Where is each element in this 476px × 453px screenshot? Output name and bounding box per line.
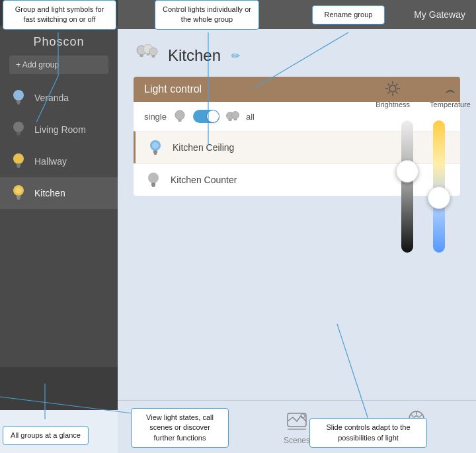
svg-rect-14 [17, 167, 20, 168]
sidebar-item-veranda[interactable]: Veranda [0, 82, 118, 114]
single-bulb-icon [172, 108, 188, 124]
ceiling-bulb-icon [146, 138, 165, 157]
brightness-slider-thumb[interactable] [396, 160, 418, 183]
svg-rect-43 [152, 186, 155, 187]
svg-rect-20 [17, 198, 20, 200]
svg-point-5 [13, 122, 24, 132]
living-room-bulb-icon [9, 120, 28, 139]
svg-rect-59 [288, 413, 306, 427]
annotation-control-lights: Control lights individually or the whole… [155, 0, 259, 30]
counter-bulb-icon [144, 171, 163, 189]
scenes-nav-icon [285, 409, 309, 433]
temperature-slider-thumb[interactable] [428, 186, 450, 209]
nav-item-scenes[interactable]: Scenes [284, 409, 310, 445]
gateway-section [0, 367, 118, 410]
svg-point-34 [152, 142, 159, 149]
temperature-slider-container [433, 120, 445, 253]
slider-area: Brightness Temperature [383, 79, 463, 259]
veranda-bulb-icon [9, 89, 28, 107]
group-header: Kitchen ✏ [118, 29, 476, 77]
toggle-thumb [207, 110, 219, 122]
annotation-view-lights: View light states, call scenes or discov… [131, 408, 229, 448]
all-bulb-icon [225, 108, 241, 124]
svg-point-39 [148, 173, 159, 183]
group-title: Kitchen [168, 46, 221, 65]
svg-rect-4 [17, 103, 20, 104]
svg-point-31 [231, 112, 239, 119]
svg-point-0 [13, 90, 24, 101]
svg-point-44 [389, 85, 396, 92]
svg-rect-38 [154, 153, 157, 155]
gateway-label: My Gateway [414, 9, 465, 20]
edit-icon[interactable]: ✏ [231, 50, 240, 62]
svg-point-25 [149, 48, 157, 56]
svg-rect-24 [147, 53, 150, 56]
svg-line-50 [396, 92, 398, 94]
temperature-label-group: Temperature [430, 79, 471, 108]
group-icon [134, 41, 160, 70]
brand-name: Phoscon [0, 26, 118, 56]
sliders-row [401, 114, 445, 259]
sidebar-item-living-room[interactable]: Living Room [0, 114, 118, 145]
svg-point-16 [15, 187, 22, 194]
brightness-slider-track[interactable] [401, 120, 413, 253]
annotation-slide-controls: Slide controls adapt to the possibilitie… [309, 418, 427, 448]
brightness-text: Brightness [376, 101, 410, 108]
brightness-slider-container [401, 120, 413, 253]
counter-light-label: Kitchen Counter [171, 175, 237, 185]
scenes-nav-label: Scenes [284, 436, 310, 445]
sidebar-item-kitchen[interactable]: Kitchen [0, 177, 118, 209]
svg-rect-26 [152, 55, 155, 58]
svg-rect-9 [17, 135, 20, 136]
svg-rect-28 [178, 119, 181, 122]
annotation-rename-group: Rename group [312, 5, 385, 24]
veranda-label: Veranda [34, 93, 69, 103]
svg-line-52 [388, 92, 390, 94]
annotation-all-groups: All groups at a glance [3, 426, 89, 445]
svg-point-10 [13, 153, 24, 164]
svg-point-27 [175, 110, 184, 120]
annotation-group-symbols: Group and light symbols for fast switchi… [3, 0, 116, 30]
svg-rect-22 [140, 54, 143, 57]
brightness-label-group: Brightness [376, 79, 410, 108]
svg-line-68 [411, 414, 414, 417]
brightness-icon [383, 79, 402, 98]
sidebar: ☰ ⏻ All off Phoscon + Add group Veranda [0, 0, 118, 410]
add-group-label: + Add group [16, 60, 59, 69]
add-group-button[interactable]: + Add group [9, 56, 108, 74]
svg-rect-32 [233, 118, 237, 121]
svg-line-51 [396, 84, 398, 86]
slider-labels: Brightness Temperature [376, 79, 471, 108]
svg-rect-30 [228, 119, 231, 122]
living-room-label: Living Room [34, 124, 86, 135]
svg-line-70 [420, 414, 422, 417]
temperature-text: Temperature [430, 101, 471, 108]
hallway-label: Hallway [34, 156, 67, 167]
single-all-toggle[interactable] [193, 110, 219, 123]
sidebar-item-hallway[interactable]: Hallway [0, 145, 118, 177]
main-content: My Gateway Kitchen ✏ Light control singl… [118, 0, 476, 410]
kitchen-label: Kitchen [34, 188, 65, 198]
svg-line-49 [388, 84, 390, 86]
kitchen-bulb-icon [9, 184, 28, 202]
toggle-all-label: all [246, 112, 255, 122]
temperature-icon [441, 79, 459, 98]
toggle-single-label: single [144, 112, 167, 122]
ceiling-light-label: Kitchen Ceiling [173, 142, 234, 153]
hallway-bulb-icon [9, 152, 28, 171]
